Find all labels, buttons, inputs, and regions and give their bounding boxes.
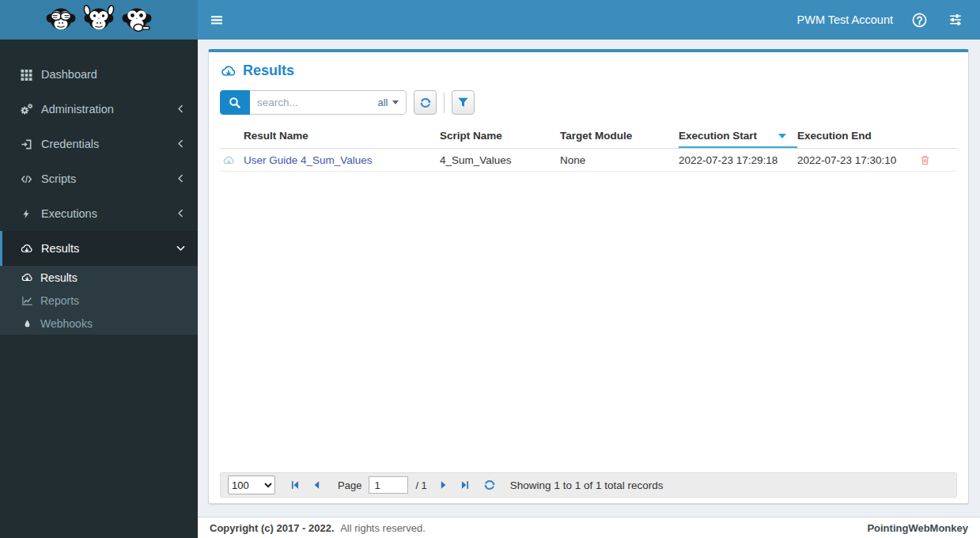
- sidebar-item-scripts[interactable]: Scripts: [0, 161, 198, 196]
- filter-button[interactable]: [452, 90, 475, 115]
- line-chart-icon: [21, 294, 33, 306]
- search-icon: [229, 97, 241, 109]
- refresh-icon: [419, 97, 432, 109]
- account-menu[interactable]: PWM Test Account: [789, 13, 901, 26]
- gears-icon: [19, 103, 33, 116]
- copyright-years: Copyright (c) 2017 - 2022.: [210, 522, 335, 534]
- sidebar: Dashboard: [0, 40, 198, 538]
- code-icon: [19, 172, 33, 185]
- search-scope-label: all: [377, 97, 388, 108]
- search-button[interactable]: [220, 90, 250, 115]
- sidebar-item-results[interactable]: Results: [0, 231, 198, 266]
- three-monkeys-logo-icon: [44, 2, 154, 37]
- brand-name: PointingWebMonkey: [867, 522, 968, 534]
- next-page-icon: [437, 479, 448, 491]
- sidebar-item-dashboard[interactable]: Dashboard: [0, 57, 198, 92]
- first-page-button[interactable]: [289, 478, 303, 492]
- sidebar-item-executions[interactable]: Executions: [0, 196, 198, 231]
- sort-desc-icon: [778, 134, 786, 138]
- chevron-left-icon: [176, 104, 187, 115]
- cloud-download-icon: [19, 242, 33, 255]
- prev-page-button[interactable]: [310, 478, 324, 492]
- filter-icon: [457, 97, 469, 108]
- header-execution-start[interactable]: Execution Start: [679, 127, 797, 148]
- submenu-item-webhooks[interactable]: Webhooks: [0, 312, 198, 335]
- copyright-rest: All rights reserved.: [340, 522, 426, 534]
- table-header-row: Result Name Script Name Target Module Ex…: [220, 127, 957, 149]
- copyright: Copyright (c) 2017 - 2022. All rights re…: [210, 522, 426, 534]
- submenu-item-reports[interactable]: Reports: [0, 289, 198, 312]
- cell-target-module: None: [560, 154, 679, 166]
- records-summary: Showing 1 to 1 of 1 total records: [510, 479, 664, 491]
- page-title: Results: [220, 63, 957, 79]
- submenu-item-label: Results: [40, 271, 78, 284]
- pagination-refresh-button[interactable]: [482, 478, 497, 492]
- navbar-right: PWM Test Account: [789, 0, 980, 40]
- caret-down-icon: [392, 100, 399, 104]
- chevron-left-icon: [176, 173, 187, 184]
- search-group: all: [220, 90, 407, 115]
- pagination-bar: 100 Page / 1: [220, 472, 957, 498]
- search-scope-dropdown[interactable]: all: [370, 90, 407, 115]
- chevron-down-icon: [176, 243, 187, 254]
- result-cloud-icon: [220, 155, 244, 165]
- help-button[interactable]: [901, 0, 937, 40]
- sidebar-item-label: Administration: [41, 103, 176, 116]
- sidebar-item-label: Results: [41, 242, 176, 255]
- result-name-link[interactable]: User Guide 4_Sum_Values: [244, 154, 373, 166]
- sidebar-toggle-button[interactable]: [198, 0, 236, 40]
- table-row: User Guide 4_Sum_Values 4_Sum_Values Non…: [220, 149, 957, 172]
- submenu-item-label: Webhooks: [40, 317, 93, 330]
- sign-in-icon: [19, 138, 33, 150]
- page-title-text: Results: [243, 63, 294, 79]
- sidebar-item-label: Scripts: [41, 172, 176, 185]
- header-cell-icon: [220, 134, 244, 142]
- page-number-input[interactable]: [369, 476, 408, 494]
- app-logo[interactable]: [0, 0, 198, 40]
- navbar: PWM Test Account: [198, 0, 980, 40]
- submenu-item-label: Reports: [40, 294, 79, 307]
- last-page-button[interactable]: [457, 478, 471, 492]
- toolbar-divider: [444, 93, 445, 113]
- header-target-module[interactable]: Target Module: [560, 127, 679, 148]
- search-input[interactable]: [250, 90, 370, 115]
- total-pages: / 1: [415, 479, 426, 491]
- search-toolbar: all: [220, 90, 957, 115]
- sidebar-item-label: Credentials: [41, 138, 176, 150]
- page-label: Page: [338, 479, 361, 491]
- settings-button[interactable]: [937, 0, 974, 40]
- topbar: PWM Test Account: [0, 0, 980, 40]
- sidebar-item-label: Executions: [41, 207, 176, 220]
- header-execution-end[interactable]: Execution End: [797, 127, 916, 148]
- cloud-download-icon: [220, 64, 236, 78]
- refresh-button[interactable]: [414, 90, 437, 115]
- next-page-button[interactable]: [436, 478, 450, 492]
- trash-icon: [919, 154, 931, 166]
- sidebar-item-administration[interactable]: Administration: [0, 92, 198, 127]
- submenu-item-results[interactable]: Results: [0, 266, 198, 289]
- delete-result-button[interactable]: [916, 154, 957, 166]
- last-page-icon: [459, 479, 470, 491]
- results-card: Results all: [208, 49, 969, 504]
- page-size-select[interactable]: 100: [228, 475, 275, 494]
- header-cell-actions: [916, 134, 957, 142]
- cloud-download-icon: [21, 271, 33, 283]
- question-circle-icon: [912, 13, 927, 28]
- sidebar-item-credentials[interactable]: Credentials: [0, 127, 198, 161]
- prev-page-icon: [312, 479, 323, 491]
- droplet-icon: [21, 317, 33, 329]
- cell-script-name: 4_Sum_Values: [440, 154, 560, 166]
- grid-icon: [19, 68, 33, 81]
- header-result-name[interactable]: Result Name: [244, 127, 440, 148]
- header-script-name[interactable]: Script Name: [440, 127, 560, 148]
- bolt-icon: [19, 207, 33, 220]
- chevron-left-icon: [176, 208, 187, 219]
- refresh-icon: [483, 479, 496, 491]
- content-wrapper: Results all: [198, 40, 980, 517]
- sliders-icon: [948, 13, 963, 27]
- sidebar-item-label: Dashboard: [41, 68, 187, 81]
- cell-execution-start: 2022-07-23 17:29:18: [679, 154, 797, 166]
- sidebar-menu: Dashboard: [0, 40, 198, 335]
- results-submenu: Results Reports: [0, 266, 198, 335]
- cell-execution-end: 2022-07-23 17:30:10: [797, 154, 916, 166]
